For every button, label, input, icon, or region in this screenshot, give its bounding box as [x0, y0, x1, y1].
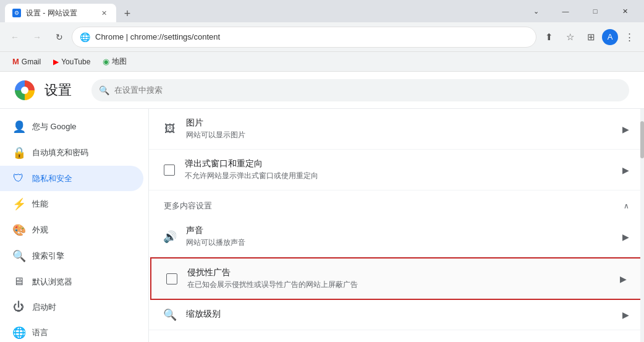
- sidebar-item-search-engine[interactable]: 🔍 搜索引擎: [0, 243, 143, 269]
- tab-title: 设置 - 网站设置: [26, 8, 77, 19]
- tab-strip: ⚙ 设置 - 网站设置 ✕ +: [5, 0, 519, 22]
- url-separator: |: [124, 32, 130, 41]
- zoom-icon: 🔍: [164, 309, 176, 321]
- new-tab-button[interactable]: +: [119, 5, 136, 22]
- bookmark-gmail-label: Gmail: [22, 58, 41, 66]
- sidebar-item-label: 搜索引擎: [32, 250, 64, 262]
- sidebar-item-default-browser[interactable]: 🖥 默认浏览器: [0, 269, 143, 294]
- sound-icon: 🔊: [164, 231, 176, 243]
- scrollbar-thumb[interactable]: [640, 121, 644, 158]
- sidebar-item-label: 性能: [32, 199, 48, 210]
- setting-info-popups: 弹出式窗口和重定向 不允许网站显示弹出式窗口或使用重定向: [185, 158, 612, 181]
- sidebar-item-label: 您与 Google: [32, 121, 77, 132]
- bookmark-youtube[interactable]: ▶ YouTube: [48, 55, 95, 69]
- bookmark-youtube-label: YouTube: [61, 58, 90, 66]
- setting-title-images: 图片: [186, 118, 612, 129]
- setting-row-images[interactable]: 🖼 图片 网站可以显示图片 ▶: [149, 109, 644, 150]
- settings-main: 👤 您与 Google 🔒 自动填充和密码 🛡 隐私和安全 ⚡ 性能 🎨 外观 …: [0, 109, 644, 342]
- startup-icon: ⏻: [12, 301, 25, 314]
- sidebar-item-language[interactable]: 🌐 语言: [0, 320, 143, 342]
- language-icon: 🌐: [12, 326, 25, 340]
- sidebar-item-label: 外观: [32, 224, 48, 236]
- sidebar-item-label: 隐私和安全: [32, 173, 72, 184]
- toolbar-actions: ⬆ ☆ ⊞ A ⋮: [539, 27, 639, 47]
- bookmark-star-icon[interactable]: ☆: [560, 27, 580, 47]
- settings-header: 设置 🔍: [0, 72, 644, 109]
- bookmarks-bar: M Gmail ▶ YouTube ◉ 地图: [0, 52, 644, 72]
- sidebar-item-autofill[interactable]: 🔒 自动填充和密码: [0, 140, 143, 166]
- chevron-right-icon: ▶: [622, 232, 629, 242]
- sidebar-item-privacy[interactable]: 🛡 隐私和安全: [0, 166, 143, 191]
- chevron-right-icon: ▶: [622, 124, 629, 134]
- search-icon: 🔍: [99, 85, 109, 95]
- tab-favicon: ⚙: [12, 9, 21, 17]
- search-engine-icon: 🔍: [12, 249, 25, 263]
- settings-sidebar: 👤 您与 Google 🔒 自动填充和密码 🛡 隐私和安全 ⚡ 性能 🎨 外观 …: [0, 109, 148, 342]
- setting-row-sound[interactable]: 🔊 声音 网站可以播放声音 ▶: [149, 216, 644, 257]
- autofill-icon: 🔒: [12, 146, 25, 160]
- settings-container: 设置 🔍 👤 您与 Google 🔒 自动填充和密码 🛡 隐私和安全 ⚡ 性能: [0, 72, 644, 342]
- url-path: chrome://settings/content: [130, 32, 220, 41]
- sidebar-item-performance[interactable]: ⚡ 性能: [0, 191, 143, 217]
- setting-row-zoom[interactable]: 🔍 缩放级别 ▶: [149, 300, 644, 330]
- active-tab[interactable]: ⚙ 设置 - 网站设置 ✕: [5, 4, 116, 22]
- setting-title-ads: 侵扰性广告: [187, 267, 610, 278]
- url-display: Chrome | chrome://settings/content: [95, 32, 528, 41]
- settings-search-bar[interactable]: 🔍: [91, 79, 629, 101]
- address-bar[interactable]: 🌐 Chrome | chrome://settings/content: [72, 27, 536, 48]
- extensions-icon[interactable]: ⊞: [581, 27, 601, 47]
- chevron-right-icon: ▶: [622, 165, 629, 175]
- sidebar-item-label: 启动时: [32, 302, 56, 313]
- scrollbar[interactable]: [640, 109, 644, 342]
- bookmark-gmail[interactable]: M Gmail: [7, 54, 46, 69]
- maps-icon: ◉: [103, 57, 109, 66]
- default-browser-icon: 🖥: [12, 275, 25, 288]
- forward-button[interactable]: →: [27, 27, 47, 47]
- tab-close-button[interactable]: ✕: [99, 8, 109, 18]
- gmail-icon: M: [12, 57, 19, 66]
- ads-icon: [166, 273, 177, 284]
- chevron-right-icon: ▶: [622, 310, 629, 320]
- more-content-section-header[interactable]: 更多内容设置 ∧: [149, 190, 644, 216]
- sidebar-item-label: 自动填充和密码: [32, 147, 88, 158]
- titlebar-controls: ⌄ — □ ✕: [522, 0, 639, 22]
- setting-info-zoom: 缩放级别: [186, 309, 612, 321]
- close-button[interactable]: ✕: [611, 0, 639, 22]
- images-icon: 🖼: [164, 123, 176, 135]
- refresh-button[interactable]: ↻: [49, 27, 69, 47]
- youtube-icon: ▶: [53, 58, 59, 66]
- sidebar-item-appearance[interactable]: 🎨 外观: [0, 217, 143, 243]
- profile-button[interactable]: A: [602, 29, 618, 45]
- chrome-logo-icon: [15, 80, 35, 100]
- back-button[interactable]: ←: [5, 27, 25, 47]
- sidebar-item-google-account[interactable]: 👤 您与 Google: [0, 114, 143, 140]
- minimize-button[interactable]: —: [551, 0, 580, 22]
- privacy-icon: 🛡: [12, 172, 25, 185]
- menu-icon[interactable]: ⋮: [619, 27, 639, 47]
- setting-desc-ads: 在已知会展示侵扰性或误导性广告的网站上屏蔽广告: [187, 280, 610, 290]
- browser-titlebar: ⚙ 设置 - 网站设置 ✕ + ⌄ — □ ✕: [0, 0, 644, 22]
- content-area: 🖼 图片 网站可以显示图片 ▶ 弹出式窗口和重定向 不允许网站显示弹出式窗口或使…: [148, 109, 644, 342]
- setting-title-popups: 弹出式窗口和重定向: [185, 158, 612, 169]
- setting-info-sound: 声音 网站可以播放声音: [186, 225, 612, 248]
- setting-row-ads[interactable]: 侵扰性广告 在已知会展示侵扰性或误导性广告的网站上屏蔽广告 ▶: [150, 257, 643, 300]
- google-account-icon: 👤: [12, 120, 25, 134]
- setting-title-sound: 声音: [186, 225, 612, 236]
- settings-search-input[interactable]: [114, 85, 622, 95]
- setting-title-zoom: 缩放级别: [186, 309, 612, 320]
- browser-toolbar: ← → ↻ 🌐 Chrome | chrome://settings/conte…: [0, 22, 644, 52]
- setting-row-popups[interactable]: 弹出式窗口和重定向 不允许网站显示弹出式窗口或使用重定向 ▶: [149, 150, 644, 190]
- popups-icon: [164, 165, 175, 176]
- setting-info-images: 图片 网站可以显示图片: [186, 118, 612, 140]
- maximize-button[interactable]: □: [581, 0, 609, 22]
- share-icon[interactable]: ⬆: [539, 27, 559, 47]
- chevron-down-icon[interactable]: ⌄: [522, 0, 550, 22]
- setting-info-ads: 侵扰性广告 在已知会展示侵扰性或误导性广告的网站上屏蔽广告: [187, 267, 610, 290]
- site-security-icon: 🌐: [80, 32, 90, 42]
- appearance-icon: 🎨: [12, 223, 25, 237]
- settings-title: 设置: [44, 81, 72, 100]
- chevron-right-icon: ▶: [620, 274, 627, 284]
- bookmark-maps[interactable]: ◉ 地图: [98, 54, 132, 69]
- sidebar-item-label: 语言: [32, 327, 48, 338]
- sidebar-item-startup[interactable]: ⏻ 启动时: [0, 294, 143, 320]
